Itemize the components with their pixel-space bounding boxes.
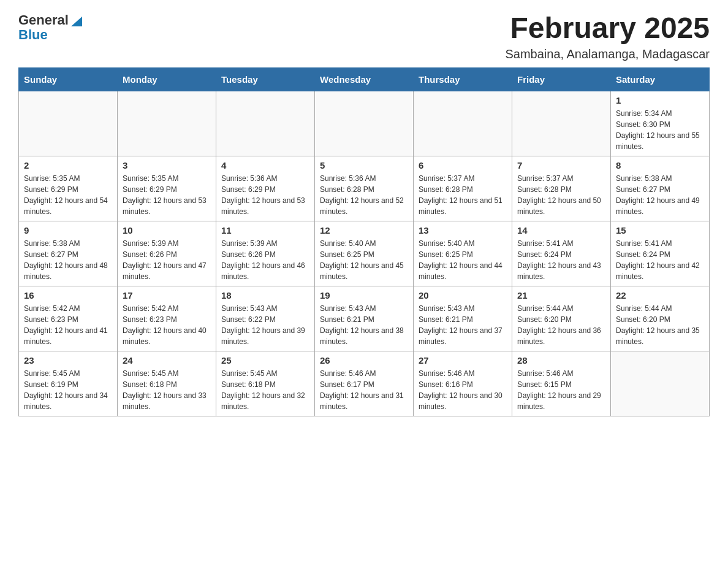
table-row: 14Sunrise: 5:41 AMSunset: 6:24 PMDayligh…: [512, 221, 611, 286]
table-row: [19, 91, 118, 156]
logo: General Blue: [18, 12, 83, 43]
day-number: 5: [320, 160, 408, 170]
day-info: Sunrise: 5:38 AMSunset: 6:27 PMDaylight:…: [24, 238, 112, 282]
day-info: Sunrise: 5:38 AMSunset: 6:27 PMDaylight:…: [616, 173, 704, 217]
day-info: Sunrise: 5:39 AMSunset: 6:26 PMDaylight:…: [221, 238, 309, 282]
day-number: 19: [320, 290, 408, 301]
day-number: 23: [24, 355, 112, 366]
day-number: 7: [517, 160, 605, 170]
svg-marker-0: [71, 17, 82, 26]
day-number: 12: [320, 225, 408, 236]
table-row: 28Sunrise: 5:46 AMSunset: 6:15 PMDayligh…: [512, 351, 611, 416]
table-row: 18Sunrise: 5:43 AMSunset: 6:22 PMDayligh…: [216, 286, 315, 351]
day-number: 24: [123, 355, 211, 366]
day-info: Sunrise: 5:45 AMSunset: 6:18 PMDaylight:…: [123, 368, 211, 412]
day-number: 4: [221, 160, 309, 170]
calendar-week-row: 16Sunrise: 5:42 AMSunset: 6:23 PMDayligh…: [19, 286, 710, 351]
title-block: February 2025 Sambaina, Analamanga, Mada…: [505, 12, 710, 61]
logo-general-text: General: [18, 12, 69, 28]
page-header: General Blue February 2025 Sambaina, Ana…: [18, 12, 710, 61]
day-number: 22: [616, 290, 704, 301]
day-info: Sunrise: 5:43 AMSunset: 6:22 PMDaylight:…: [221, 303, 309, 347]
day-number: 18: [221, 290, 309, 301]
day-number: 10: [123, 225, 211, 236]
table-row: [611, 351, 710, 416]
day-number: 17: [123, 290, 211, 301]
logo-blue-text: Blue: [18, 27, 48, 43]
day-info: Sunrise: 5:36 AMSunset: 6:28 PMDaylight:…: [320, 173, 408, 217]
day-info: Sunrise: 5:46 AMSunset: 6:16 PMDaylight:…: [419, 368, 507, 412]
day-info: Sunrise: 5:45 AMSunset: 6:19 PMDaylight:…: [24, 368, 112, 412]
day-number: 15: [616, 225, 704, 236]
table-row: 24Sunrise: 5:45 AMSunset: 6:18 PMDayligh…: [118, 351, 216, 416]
table-row: 13Sunrise: 5:40 AMSunset: 6:25 PMDayligh…: [414, 221, 512, 286]
col-monday: Monday: [118, 67, 216, 91]
day-number: 11: [221, 225, 309, 236]
calendar-week-row: 23Sunrise: 5:45 AMSunset: 6:19 PMDayligh…: [19, 351, 710, 416]
logo-triangle-icon: [70, 14, 83, 28]
day-info: Sunrise: 5:43 AMSunset: 6:21 PMDaylight:…: [320, 303, 408, 347]
calendar-table: Sunday Monday Tuesday Wednesday Thursday…: [18, 67, 710, 416]
table-row: 9Sunrise: 5:38 AMSunset: 6:27 PMDaylight…: [19, 221, 118, 286]
table-row: 3Sunrise: 5:35 AMSunset: 6:29 PMDaylight…: [118, 156, 216, 221]
day-number: 20: [419, 290, 507, 301]
col-sunday: Sunday: [19, 67, 118, 91]
day-number: 25: [221, 355, 309, 366]
table-row: 10Sunrise: 5:39 AMSunset: 6:26 PMDayligh…: [118, 221, 216, 286]
col-friday: Friday: [512, 67, 611, 91]
page-title: February 2025: [505, 12, 710, 45]
table-row: [118, 91, 216, 156]
day-number: 3: [123, 160, 211, 170]
calendar-week-row: 9Sunrise: 5:38 AMSunset: 6:27 PMDaylight…: [19, 221, 710, 286]
calendar-week-row: 2Sunrise: 5:35 AMSunset: 6:29 PMDaylight…: [19, 156, 710, 221]
day-number: 16: [24, 290, 112, 301]
table-row: 2Sunrise: 5:35 AMSunset: 6:29 PMDaylight…: [19, 156, 118, 221]
day-info: Sunrise: 5:44 AMSunset: 6:20 PMDaylight:…: [616, 303, 704, 347]
day-info: Sunrise: 5:35 AMSunset: 6:29 PMDaylight:…: [24, 173, 112, 217]
day-info: Sunrise: 5:37 AMSunset: 6:28 PMDaylight:…: [517, 173, 605, 217]
table-row: 11Sunrise: 5:39 AMSunset: 6:26 PMDayligh…: [216, 221, 315, 286]
table-row: 21Sunrise: 5:44 AMSunset: 6:20 PMDayligh…: [512, 286, 611, 351]
day-info: Sunrise: 5:40 AMSunset: 6:25 PMDaylight:…: [320, 238, 408, 282]
day-info: Sunrise: 5:46 AMSunset: 6:15 PMDaylight:…: [517, 368, 605, 412]
table-row: 27Sunrise: 5:46 AMSunset: 6:16 PMDayligh…: [414, 351, 512, 416]
table-row: 22Sunrise: 5:44 AMSunset: 6:20 PMDayligh…: [611, 286, 710, 351]
table-row: [216, 91, 315, 156]
day-info: Sunrise: 5:36 AMSunset: 6:29 PMDaylight:…: [221, 173, 309, 217]
table-row: 8Sunrise: 5:38 AMSunset: 6:27 PMDaylight…: [611, 156, 710, 221]
page-subtitle: Sambaina, Analamanga, Madagascar: [505, 47, 710, 61]
day-number: 9: [24, 225, 112, 236]
day-info: Sunrise: 5:45 AMSunset: 6:18 PMDaylight:…: [221, 368, 309, 412]
day-number: 2: [24, 160, 112, 170]
day-number: 21: [517, 290, 605, 301]
day-info: Sunrise: 5:46 AMSunset: 6:17 PMDaylight:…: [320, 368, 408, 412]
day-number: 28: [517, 355, 605, 366]
col-wednesday: Wednesday: [315, 67, 414, 91]
day-number: 1: [616, 95, 704, 105]
table-row: 19Sunrise: 5:43 AMSunset: 6:21 PMDayligh…: [315, 286, 414, 351]
table-row: 7Sunrise: 5:37 AMSunset: 6:28 PMDaylight…: [512, 156, 611, 221]
day-info: Sunrise: 5:37 AMSunset: 6:28 PMDaylight:…: [419, 173, 507, 217]
table-row: 16Sunrise: 5:42 AMSunset: 6:23 PMDayligh…: [19, 286, 118, 351]
day-info: Sunrise: 5:43 AMSunset: 6:21 PMDaylight:…: [419, 303, 507, 347]
table-row: [512, 91, 611, 156]
table-row: 15Sunrise: 5:41 AMSunset: 6:24 PMDayligh…: [611, 221, 710, 286]
table-row: 4Sunrise: 5:36 AMSunset: 6:29 PMDaylight…: [216, 156, 315, 221]
table-row: 1Sunrise: 5:34 AMSunset: 6:30 PMDaylight…: [611, 91, 710, 156]
day-number: 26: [320, 355, 408, 366]
day-number: 13: [419, 225, 507, 236]
day-info: Sunrise: 5:41 AMSunset: 6:24 PMDaylight:…: [616, 238, 704, 282]
day-number: 8: [616, 160, 704, 170]
day-info: Sunrise: 5:35 AMSunset: 6:29 PMDaylight:…: [123, 173, 211, 217]
day-number: 6: [419, 160, 507, 170]
col-thursday: Thursday: [414, 67, 512, 91]
day-number: 14: [517, 225, 605, 236]
table-row: 25Sunrise: 5:45 AMSunset: 6:18 PMDayligh…: [216, 351, 315, 416]
table-row: 23Sunrise: 5:45 AMSunset: 6:19 PMDayligh…: [19, 351, 118, 416]
table-row: 17Sunrise: 5:42 AMSunset: 6:23 PMDayligh…: [118, 286, 216, 351]
table-row: 26Sunrise: 5:46 AMSunset: 6:17 PMDayligh…: [315, 351, 414, 416]
day-info: Sunrise: 5:42 AMSunset: 6:23 PMDaylight:…: [24, 303, 112, 347]
col-tuesday: Tuesday: [216, 67, 315, 91]
day-info: Sunrise: 5:40 AMSunset: 6:25 PMDaylight:…: [419, 238, 507, 282]
col-saturday: Saturday: [611, 67, 710, 91]
